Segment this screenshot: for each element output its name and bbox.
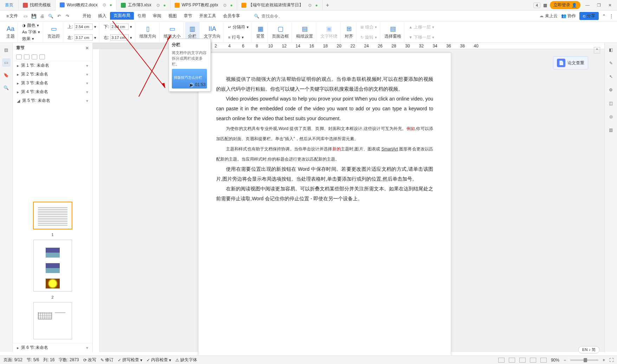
qat-preview-icon[interactable]: 🔍 — [47, 13, 54, 19]
tab-options-icon[interactable]: ⊙ — [103, 2, 106, 7]
paper-orientation-button[interactable]: ▯纸张方向 — [139, 25, 156, 39]
menu-tab-8[interactable]: 会员专享 — [220, 11, 243, 22]
rb-select-icon[interactable]: ↖ — [607, 72, 615, 81]
sidebar-search-icon[interactable]: 🔍 — [2, 84, 11, 92]
menu-tab-4[interactable]: 审阅 — [149, 11, 165, 22]
cloud-status[interactable]: ☁ 未上云 — [539, 13, 557, 19]
font-button[interactable]: Aa 字体 ▾ — [22, 29, 40, 35]
margins-button[interactable]: ▭页边距 — [47, 25, 60, 39]
tab-options-icon[interactable]: ⊙ — [308, 3, 312, 8]
color-button[interactable]: ◑ 颜色 ▾ — [22, 22, 39, 28]
bring-forward-button[interactable]: ▲ 上移一层 ▾ — [409, 24, 434, 30]
nav-section-last[interactable]: ▸第 6 节:未命名▾ — [13, 343, 92, 352]
nav-section-4[interactable]: ◢第 5 节: 未命名▾ — [13, 96, 92, 105]
zoom-out-icon[interactable]: − — [564, 358, 566, 363]
rb-settings-icon[interactable]: ⚙ — [607, 86, 615, 94]
nav-section-3[interactable]: ▸第 4 节:未命名▾ — [13, 87, 92, 96]
tab-options-icon[interactable]: ⊙ — [156, 3, 160, 8]
fullscreen-icon[interactable]: ⛶ — [609, 358, 613, 363]
breaks-button[interactable]: ↵ 分隔符 ▾ — [228, 24, 249, 30]
text-direction-button[interactable]: IIA文字方向 — [204, 25, 221, 39]
nav-tool-3[interactable] — [32, 54, 37, 59]
columns-button[interactable]: ▥分栏 — [188, 25, 196, 39]
margin-left-input[interactable] — [74, 34, 93, 41]
nav-section-0[interactable]: ▸第 1 节: 未命名▾ — [13, 61, 92, 70]
status-track[interactable]: ✎ 修订 — [100, 357, 113, 363]
rb-tool-icon[interactable]: ◧ — [607, 46, 615, 54]
view-mode-1[interactable] — [498, 358, 505, 363]
view-mode-3[interactable] — [519, 358, 526, 363]
tab-home[interactable]: 首页 — [0, 0, 19, 11]
nav-tool-1[interactable] — [16, 54, 22, 59]
tooltip-video[interactable]: 排版技巧怎么分栏 ▶01:53 — [172, 69, 207, 89]
qat-new-icon[interactable]: ▭ — [22, 13, 28, 19]
rotate-button[interactable]: ↻ 旋转 ▾ — [361, 34, 377, 40]
status-missing-font[interactable]: ⚠ 缺失字体 — [175, 357, 197, 363]
dropdown-icon[interactable]: ▾ — [86, 72, 88, 77]
window-minimize[interactable]: — — [583, 1, 592, 9]
status-spellcheck[interactable]: ✓ 拼写检查 ▾ — [118, 357, 142, 363]
coop-button[interactable]: 👥 协作 — [561, 13, 576, 19]
nav-section-2[interactable]: ▸第 3 节:未命名▾ — [13, 79, 92, 87]
background-button[interactable]: ▦背景 — [256, 25, 265, 39]
thumbnail-page-2[interactable] — [33, 240, 72, 292]
file-menu[interactable]: ≡ 文件 — [4, 13, 21, 19]
ruler-vertical[interactable] — [93, 49, 100, 352]
tab-save-icon[interactable]: ● — [163, 3, 166, 8]
paper-size-button[interactable]: ▭纸张大小 — [164, 25, 181, 39]
margin-bottom-input[interactable] — [110, 24, 129, 30]
send-backward-button[interactable]: ▼ 下移一层 ▾ — [409, 34, 434, 40]
tab-word-doc[interactable]: Word教程2.docx⊙● — [56, 0, 117, 11]
qat-save-icon[interactable]: 💾 — [31, 13, 37, 19]
document-page[interactable]: 视频提供了功能强大的方法帮助你证明你的观点。当你单击联机视频时,可以在想要添加的… — [198, 53, 451, 364]
effect-button[interactable]: 效果 ▾ — [22, 36, 34, 42]
zoom-level[interactable]: 90% — [551, 358, 559, 363]
rb-shape-icon[interactable]: ◫ — [607, 99, 615, 108]
dropdown-icon[interactable]: ▾ — [86, 90, 88, 95]
sidebar-thumbs-icon[interactable]: ▤ — [2, 46, 11, 54]
login-button[interactable]: 立即登录👤 — [550, 1, 580, 9]
status-rewrite[interactable]: ⟳ 改写 — [83, 357, 96, 363]
paper-setup-button[interactable]: ▤稿纸设置 — [296, 25, 313, 39]
tab-save-icon[interactable]: ● — [230, 3, 233, 8]
ribbon-collapse-icon[interactable]: ⌃ — [602, 14, 606, 19]
menu-tab-7[interactable]: 开发工具 — [196, 11, 220, 22]
align-button[interactable]: ⊞对齐 — [345, 25, 353, 39]
tab-save-icon[interactable]: ● — [315, 3, 318, 8]
nav-tool-4[interactable] — [39, 54, 45, 59]
tab-ppt2[interactable]: 【端午狂欢祝福浓情满节日】⊙● — [237, 0, 322, 11]
tab-ppt[interactable]: WPS PPT教程.pptx⊙● — [170, 0, 237, 11]
paper-check-button[interactable]: 📄 论文查重 — [553, 56, 588, 70]
dropdown-icon[interactable]: ▾ — [86, 345, 88, 350]
zoom-slider[interactable] — [570, 359, 598, 361]
scroll-top-icon[interactable]: ⌃ — [594, 47, 600, 53]
menu-tab-1[interactable]: 插入 — [95, 11, 110, 22]
status-words[interactable]: 字数: 2873 — [59, 357, 79, 363]
text-wrap-button[interactable]: ▣文字环绕 — [320, 25, 337, 39]
dropdown-icon[interactable]: ▾ — [86, 81, 88, 86]
thumbnail-page-1[interactable] — [33, 202, 72, 229]
badge-count[interactable]: 4 — [533, 2, 540, 8]
tab-add[interactable]: + — [323, 2, 333, 8]
line-number-button[interactable]: ≡ 行号 ▾ — [228, 34, 243, 40]
sidebar-bookmark-icon[interactable]: 🔖 — [2, 71, 11, 79]
rb-layout-icon[interactable]: ▥ — [607, 126, 615, 134]
status-line[interactable]: 列: 16 — [43, 357, 54, 363]
status-content-check[interactable]: ✓ 内容检查 ▾ — [147, 357, 171, 363]
margin-top-input[interactable] — [74, 24, 93, 30]
sidebar-outline-icon[interactable]: ▭ — [2, 58, 11, 67]
tab-options-icon[interactable]: ⊙ — [223, 3, 227, 8]
theme-button[interactable]: Aa主题 — [6, 25, 15, 39]
status-section[interactable]: 节: 5/6 — [27, 357, 39, 363]
window-restore[interactable]: ❐ — [595, 1, 603, 9]
nav-close-icon[interactable]: ✕ — [85, 46, 89, 51]
view-mode-5[interactable] — [540, 358, 547, 363]
window-close[interactable]: ✕ — [606, 1, 614, 9]
margin-right-input[interactable] — [110, 34, 129, 41]
language-indicator[interactable]: EN ♪ 简 — [578, 346, 599, 353]
tab-save-icon[interactable]: ● — [110, 2, 112, 7]
dropdown-icon[interactable]: ▾ — [86, 63, 88, 68]
menu-tab-0[interactable]: 开始 — [79, 11, 95, 22]
zoom-in-icon[interactable]: + — [603, 358, 605, 363]
view-mode-4[interactable] — [530, 358, 536, 363]
